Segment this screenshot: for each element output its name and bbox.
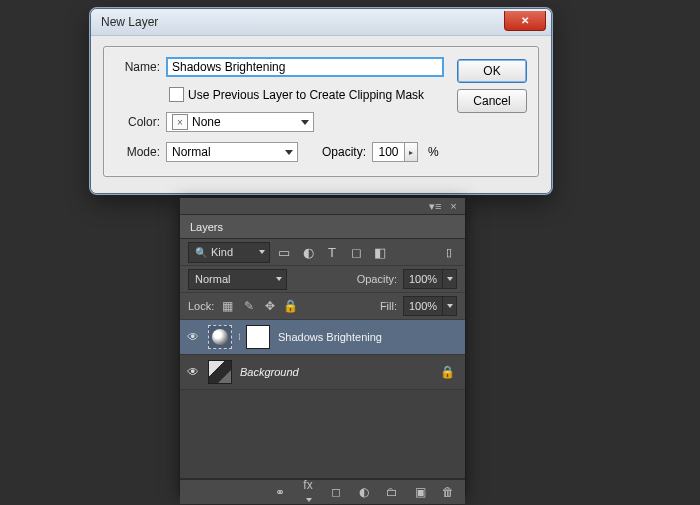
- add-mask-icon[interactable]: ◻: [329, 485, 343, 499]
- dialog-title: New Layer: [101, 15, 158, 29]
- panel-tab-layers[interactable]: Layers: [180, 214, 465, 239]
- layers-empty-area[interactable]: [180, 390, 465, 479]
- layer-mask-thumbnail[interactable]: [246, 325, 270, 349]
- visibility-toggle-icon[interactable]: 👁: [186, 330, 200, 344]
- lock-position-icon[interactable]: ✥: [262, 299, 277, 313]
- new-layer-icon[interactable]: ▣: [413, 485, 427, 499]
- panel-fill-control[interactable]: 100%: [403, 296, 457, 316]
- chevron-down-icon[interactable]: [443, 269, 457, 289]
- chevron-down-icon: [285, 150, 293, 155]
- new-layer-dialog: New Layer ✕ Name: Use Previous Layer to …: [90, 8, 552, 194]
- lock-icon: 🔒: [440, 365, 455, 379]
- dialog-titlebar[interactable]: New Layer ✕: [91, 9, 551, 36]
- chevron-down-icon[interactable]: [443, 296, 457, 316]
- chevron-down-icon: [259, 250, 265, 254]
- layer-thumbnail[interactable]: [208, 360, 232, 384]
- clipping-mask-label: Use Previous Layer to Create Clipping Ma…: [188, 88, 424, 102]
- filter-type-icon[interactable]: T: [324, 245, 340, 260]
- panel-opacity-value: 100%: [403, 269, 443, 289]
- close-icon[interactable]: ✕: [504, 11, 546, 31]
- name-input[interactable]: [166, 57, 444, 77]
- spinner-button[interactable]: ▸: [404, 142, 418, 162]
- panel-footer: ⚭ fx ◻ ◐ 🗀 ▣ 🗑: [180, 479, 465, 504]
- name-label: Name:: [116, 60, 160, 74]
- panel-menu-icon[interactable]: ▾≡: [429, 200, 440, 213]
- mode-value: Normal: [172, 145, 211, 159]
- layers-list: 👁 ⁞ Shadows Brightening 👁 Background 🔒: [180, 320, 465, 479]
- color-label: Color:: [116, 115, 160, 129]
- panel-opacity-control[interactable]: 100%: [403, 269, 457, 289]
- color-value: None: [192, 115, 221, 129]
- chevron-down-icon: [301, 120, 309, 125]
- lock-all-icon[interactable]: 🔒: [283, 299, 298, 313]
- clipping-mask-checkbox[interactable]: [169, 87, 184, 102]
- filter-toggle-switch[interactable]: ▯: [441, 246, 457, 259]
- filter-smart-icon[interactable]: ◧: [372, 245, 388, 260]
- panel-lock-row: Lock: ▦ ✎ ✥ 🔒 Fill: 100%: [180, 293, 465, 320]
- panel-close-icon[interactable]: ×: [448, 200, 459, 212]
- layer-name[interactable]: Shadows Brightening: [278, 331, 382, 343]
- filter-kind-dropdown[interactable]: 🔍 Kind: [188, 242, 270, 263]
- ok-button[interactable]: OK: [457, 59, 527, 83]
- filter-adjustment-icon[interactable]: ◐: [300, 245, 316, 260]
- opacity-label: Opacity:: [322, 145, 366, 159]
- lock-label: Lock:: [188, 300, 214, 312]
- group-icon[interactable]: 🗀: [385, 485, 399, 499]
- layer-name[interactable]: Background: [240, 366, 299, 378]
- blend-mode-dropdown[interactable]: Normal: [188, 269, 287, 290]
- color-swatch-none: ×: [172, 114, 188, 130]
- trash-icon[interactable]: 🗑: [441, 485, 455, 499]
- visibility-toggle-icon[interactable]: 👁: [186, 365, 200, 379]
- layers-panel: ▾≡ × Layers 🔍 Kind ▭ ◐ T ◻ ◧ ▯ Normal Op…: [179, 197, 466, 495]
- opacity-stepper[interactable]: ▸: [372, 142, 418, 162]
- search-icon: 🔍: [195, 247, 207, 258]
- link-layers-icon[interactable]: ⚭: [273, 485, 287, 499]
- mask-link-icon[interactable]: ⁞: [235, 332, 243, 342]
- mode-label: Mode:: [116, 145, 160, 159]
- opacity-unit: %: [428, 145, 439, 159]
- layer-row-shadows-brightening[interactable]: 👁 ⁞ Shadows Brightening: [180, 320, 465, 355]
- mode-dropdown[interactable]: Normal: [166, 142, 298, 162]
- panel-blend-row: Normal Opacity: 100%: [180, 266, 465, 293]
- layer-fx-icon[interactable]: fx: [301, 478, 315, 505]
- adjustment-layer-icon[interactable]: ◐: [357, 485, 371, 499]
- panel-opacity-label: Opacity:: [357, 273, 397, 285]
- color-dropdown[interactable]: × None: [166, 112, 314, 132]
- filter-pixel-icon[interactable]: ▭: [276, 245, 292, 260]
- layer-row-background[interactable]: 👁 Background 🔒: [180, 355, 465, 390]
- opacity-input[interactable]: [372, 142, 404, 162]
- cancel-button[interactable]: Cancel: [457, 89, 527, 113]
- lock-transparency-icon[interactable]: ▦: [220, 299, 235, 313]
- panel-fill-value: 100%: [403, 296, 443, 316]
- filter-shape-icon[interactable]: ◻: [348, 245, 364, 260]
- lock-pixels-icon[interactable]: ✎: [241, 299, 256, 313]
- fill-label: Fill:: [380, 300, 397, 312]
- chevron-down-icon: [276, 277, 282, 281]
- adjustment-thumbnail[interactable]: [208, 325, 232, 349]
- panel-filter-row: 🔍 Kind ▭ ◐ T ◻ ◧ ▯: [180, 239, 465, 266]
